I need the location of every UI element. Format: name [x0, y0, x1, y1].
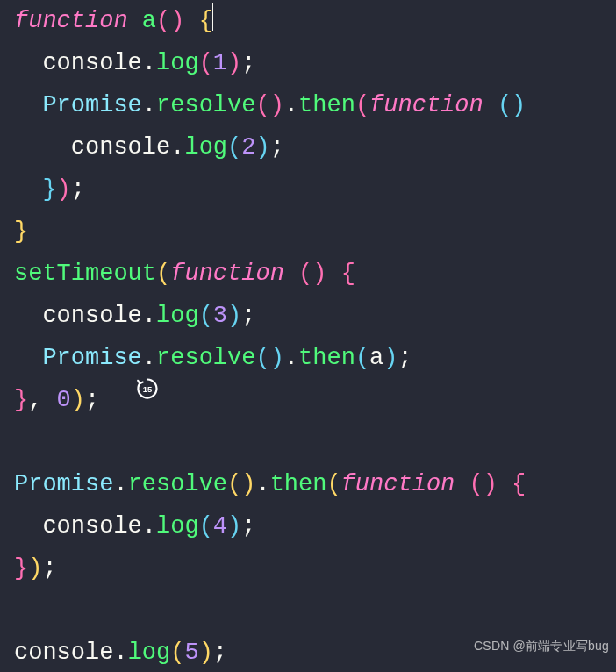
- code-token: function: [369, 92, 498, 118]
- code-token: .: [284, 92, 298, 118]
- code-token: (: [199, 303, 213, 329]
- code-line: Promise.resolve().then(a);: [14, 345, 412, 371]
- code-token: ;: [241, 303, 255, 329]
- code-token: ): [241, 471, 255, 497]
- code-token: log: [156, 50, 199, 76]
- code-line: console.log(1);: [14, 50, 255, 76]
- code-token: (: [498, 92, 512, 118]
- code-token: resolve: [156, 345, 255, 371]
- code-token: ): [170, 8, 184, 34]
- code-token: setTimeout: [14, 261, 156, 287]
- code-token: 1: [213, 50, 227, 76]
- code-token: }: [14, 555, 28, 582]
- code-token: ,: [28, 387, 56, 413]
- code-line: }: [14, 218, 28, 245]
- code-token: {: [341, 261, 355, 287]
- code-token: ): [312, 261, 326, 287]
- code-line: });: [14, 555, 57, 582]
- code-token: log: [156, 303, 199, 329]
- code-token: console: [14, 303, 142, 329]
- code-token: ;: [213, 640, 227, 666]
- code-token: ): [71, 387, 85, 413]
- code-token: (: [255, 92, 269, 118]
- watermark-text: CSDN @前端专业写bug: [474, 625, 609, 667]
- code-token: (: [156, 8, 170, 34]
- code-token: ): [28, 555, 42, 582]
- code-editor: function a() { console.log(1); Promise.r…: [0, 0, 616, 672]
- code-token: {: [199, 8, 213, 34]
- code-token: .: [284, 345, 298, 371]
- code-token: (: [227, 134, 241, 161]
- code-token: {: [512, 471, 526, 497]
- code-token: then: [298, 92, 355, 118]
- code-token: Promise: [14, 92, 142, 118]
- code-token: log: [184, 134, 227, 161]
- code-token: console: [14, 134, 170, 161]
- text-cursor: [212, 3, 213, 31]
- code-line: console.log(5);: [14, 640, 227, 666]
- code-token: ): [383, 345, 398, 371]
- code-token: ;: [241, 50, 255, 76]
- code-token: 2: [241, 134, 255, 161]
- code-token: ): [227, 50, 241, 76]
- code-token: [326, 261, 340, 287]
- code-token: (: [156, 261, 170, 287]
- code-token: .: [142, 50, 156, 76]
- code-token: ): [512, 92, 526, 118]
- code-token: .: [255, 471, 269, 497]
- code-token: console: [14, 513, 142, 540]
- code-token: (: [326, 471, 340, 497]
- code-token: ;: [42, 555, 56, 582]
- code-token: ): [270, 92, 284, 118]
- code-token: ): [227, 303, 241, 329]
- code-token: a: [142, 8, 156, 34]
- code-token: 3: [213, 303, 227, 329]
- code-token: ): [227, 513, 241, 540]
- code-token: .: [142, 303, 156, 329]
- code-line: });: [14, 176, 85, 203]
- code-token: .: [142, 92, 156, 118]
- code-token: Promise: [14, 471, 113, 497]
- code-token: resolve: [128, 471, 227, 497]
- code-token: .: [170, 134, 184, 161]
- code-line: console.log(4);: [14, 513, 255, 540]
- code-token: ;: [241, 513, 255, 540]
- code-token: .: [113, 471, 127, 497]
- code-token: console: [14, 640, 113, 666]
- code-token: ;: [85, 387, 99, 413]
- code-token: ): [270, 345, 284, 371]
- code-token: .: [113, 640, 127, 666]
- code-line: }, 0);: [14, 387, 99, 413]
- code-token: ;: [71, 176, 85, 203]
- code-token: (: [355, 345, 369, 371]
- code-token: function: [341, 471, 469, 497]
- code-token: log: [156, 513, 199, 540]
- code-token: 4: [213, 513, 227, 540]
- code-token: }: [14, 176, 57, 203]
- code-token: ): [483, 471, 498, 497]
- code-line: console.log(2);: [14, 134, 284, 161]
- code-token: console: [14, 50, 142, 76]
- code-token: ;: [270, 134, 284, 161]
- code-token: .: [142, 345, 156, 371]
- code-token: function: [14, 8, 142, 34]
- code-token: ): [57, 176, 71, 203]
- code-token: Promise: [14, 345, 142, 371]
- code-line: setTimeout(function () {: [14, 261, 355, 287]
- code-token: [498, 471, 512, 497]
- code-token: ;: [398, 345, 412, 371]
- code-token: }: [14, 387, 28, 413]
- code-token: [184, 8, 198, 34]
- code-line: Promise.resolve().then(function (): [14, 92, 526, 118]
- code-token: (: [199, 50, 213, 76]
- code-token: function: [170, 261, 298, 287]
- code-token: (: [355, 92, 369, 118]
- code-token: a: [369, 345, 383, 371]
- code-token: then: [270, 471, 327, 497]
- code-token: }: [14, 218, 28, 245]
- code-token: .: [142, 513, 156, 540]
- code-token: (: [170, 640, 184, 666]
- code-line: Promise.resolve().then(function () {: [14, 471, 526, 497]
- code-token: (: [298, 261, 312, 287]
- code-token: log: [128, 640, 171, 666]
